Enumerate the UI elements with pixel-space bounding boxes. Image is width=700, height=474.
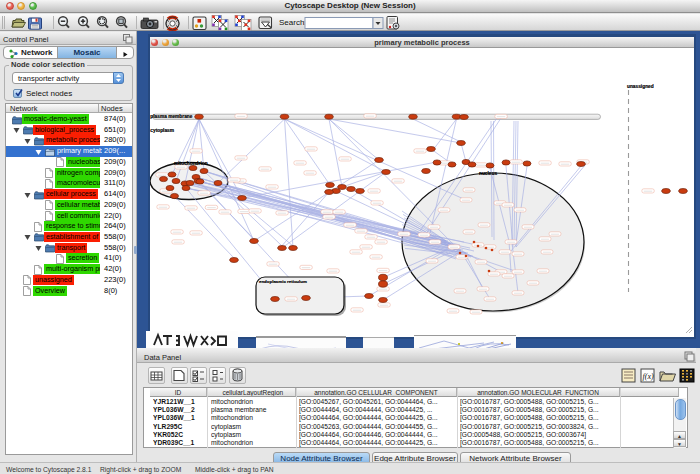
svg-text:mitochondrion: mitochondrion: [174, 161, 208, 166]
svg-text:nucleus: nucleus: [479, 171, 497, 176]
svg-text:endoplasmic reticulum: endoplasmic reticulum: [259, 279, 307, 284]
svg-text:cytoplasm: cytoplasm: [150, 128, 174, 133]
svg-text:Search:: Search:: [279, 18, 307, 27]
svg-text:f(x): f(x): [643, 372, 654, 381]
svg-text:unassigned: unassigned: [627, 84, 654, 89]
svg-text:plasma membrane: plasma membrane: [150, 114, 192, 119]
